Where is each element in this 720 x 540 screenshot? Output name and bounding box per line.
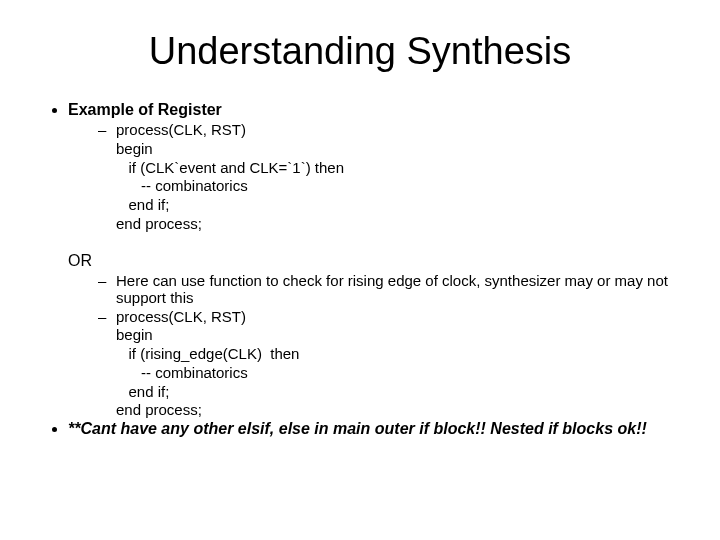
code-line: -- combinatorics xyxy=(116,177,248,194)
code-line: process(CLK, RST) xyxy=(116,308,246,325)
slide-title: Understanding Synthesis xyxy=(40,30,680,73)
code-line: end process; xyxy=(116,401,202,418)
code-block-2: process(CLK, RST) begin if (rising_edge(… xyxy=(116,308,680,421)
warning-bullet: **Cant have any other elsif, else in mai… xyxy=(68,420,680,438)
bullet-list-3: **Cant have any other elsif, else in mai… xyxy=(40,420,680,438)
code-block-1: process(CLK, RST) begin if (CLK`event an… xyxy=(116,121,680,234)
sub-list-1: process(CLK, RST) begin if (CLK`event an… xyxy=(68,121,680,234)
code-line: if (rising_edge(CLK) then xyxy=(116,345,299,362)
bullet-list-1: Example of Register process(CLK, RST) be… xyxy=(40,101,680,234)
code-line: end process; xyxy=(116,215,202,232)
code-item-1: process(CLK, RST) begin if (CLK`event an… xyxy=(98,121,680,234)
code-line: end if; xyxy=(116,196,169,213)
code-line: -- combinatorics xyxy=(116,364,248,381)
sub-list-2: Here can use function to check for risin… xyxy=(68,272,680,421)
code-line: if (CLK`event and CLK=`1`) then xyxy=(116,159,344,176)
rising-edge-note: Here can use function to check for risin… xyxy=(98,272,680,306)
code-line: begin xyxy=(116,326,153,343)
code-item-2: process(CLK, RST) begin if (rising_edge(… xyxy=(98,308,680,421)
code-line: process(CLK, RST) xyxy=(116,121,246,138)
bullet-list-2-wrap: Here can use function to check for risin… xyxy=(40,272,680,421)
slide: Understanding Synthesis Example of Regis… xyxy=(0,0,720,540)
code-line: begin xyxy=(116,140,153,157)
code-line: end if; xyxy=(116,383,169,400)
section-heading: Example of Register process(CLK, RST) be… xyxy=(68,101,680,234)
or-label: OR xyxy=(68,252,680,270)
section-heading-text: Example of Register xyxy=(68,101,222,118)
